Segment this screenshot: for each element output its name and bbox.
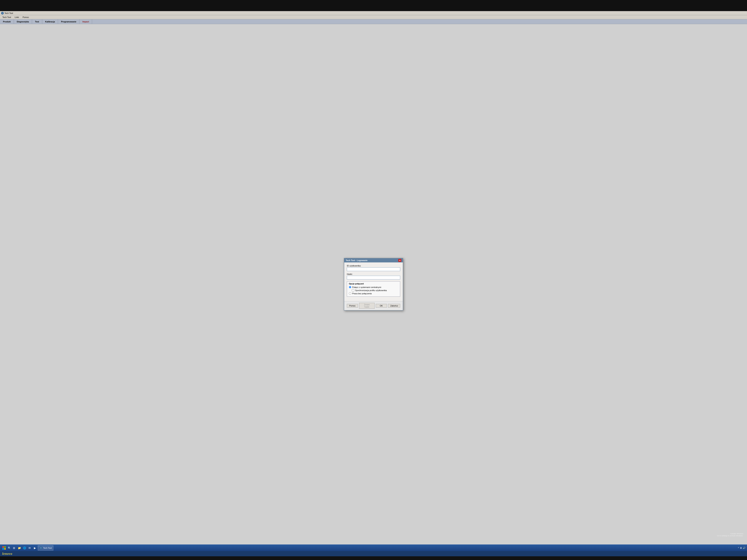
search-button[interactable]: 🔍 (7, 546, 11, 550)
login-dialog: Tech Tool - Logowanie ✕ ID użytkownika: … (344, 258, 403, 311)
taskbar-tray: ^ 🖥 🔊 (738, 547, 746, 549)
dialog-title-bar: Tech Tool - Logowanie ✕ (344, 258, 403, 262)
radio-connect-central: Połącz z systemami centralnymi (349, 286, 398, 288)
tab-produkt[interactable]: Produkt (0, 19, 14, 24)
radio-offline-label: Praca bez połączenia (352, 292, 372, 295)
top-bezel (0, 0, 747, 11)
dialog-close-button[interactable]: ✕ (398, 259, 401, 262)
tab-test[interactable]: Test (32, 19, 42, 24)
lenovo-logo: lenovo (2, 552, 12, 556)
radio-connect-central-label: Połącz z systemami centralnymi (352, 286, 381, 288)
bottom-bezel (0, 556, 747, 560)
nav-bar: Produkt Diagnostyka Test Kalibracja Prog… (0, 19, 747, 24)
windows-icon (2, 546, 6, 550)
radio-connect-central-input[interactable] (349, 286, 351, 288)
connection-options-group: Opcje połączeń Połącz z systemami centra… (347, 281, 400, 297)
windows-icon-pane-red (2, 546, 4, 548)
ok-button[interactable]: OK (376, 304, 387, 308)
activate-windows-notice: Activate Windows Go to Settings to activ… (717, 533, 743, 537)
tray-icons: ^ 🖥 🔊 (738, 547, 746, 549)
tab-kalibracja[interactable]: Kalibracja (42, 19, 58, 24)
windows-icon-pane-blue (2, 548, 4, 550)
menu-bar: Tech Tool Linki Pomoc (0, 15, 747, 19)
taskbar-app-label: Tech Tool (43, 547, 52, 549)
radio-offline-input[interactable] (349, 292, 351, 295)
dialog-buttons: Pomoc Zmień hasło OK Zakończ (344, 301, 403, 310)
title-bar: ● Tech Tool (0, 11, 747, 15)
task-view-icon: ⊞ (13, 546, 15, 550)
menu-tech-tool[interactable]: Tech Tool (1, 16, 12, 19)
taskbar: 🔍 ⊞ 📁 🌐 ✉ ▶ ● Tech Tool ^ 🖥 🔊 (0, 544, 747, 551)
user-id-input[interactable] (347, 267, 400, 271)
main-content: Tech Tool - Logowanie ✕ ID użytkownika: … (0, 24, 747, 544)
browser-button[interactable]: 🌐 (22, 546, 27, 550)
start-button[interactable] (1, 545, 7, 551)
file-explorer-button[interactable]: 📁 (17, 546, 22, 550)
extra-app-icon: ▶ (34, 546, 36, 550)
dialog-body: ID użytkownika: Hasło: Opcje połączeń P (344, 262, 403, 301)
user-id-group: ID użytkownika: (347, 265, 400, 271)
app-icon: ● (1, 12, 4, 15)
tray-volume-icon[interactable]: 🔊 (743, 547, 746, 549)
dialog-overlay: Tech Tool - Logowanie ✕ ID użytkownika: … (0, 24, 747, 544)
lenovo-bar: lenovo (0, 551, 747, 556)
change-password-button[interactable]: Zmień hasło (359, 303, 375, 309)
app-title: Tech Tool (4, 12, 13, 14)
connection-options-label: Opcje połączeń (349, 283, 398, 285)
taskbar-app-tech-tool[interactable]: ● Tech Tool (38, 545, 53, 551)
checkbox-sync-profile-label: Synchronizacja profilu użytkownika (355, 289, 387, 292)
mail-button[interactable]: ✉ (27, 546, 32, 550)
checkbox-sync-profile-input[interactable] (352, 289, 354, 292)
tab-programowanie[interactable]: Programowanie (58, 19, 79, 24)
tab-impact[interactable]: Impact (79, 19, 92, 24)
mail-icon: ✉ (28, 546, 31, 550)
file-explorer-icon: 📁 (18, 546, 21, 550)
search-icon: 🔍 (8, 546, 11, 550)
extra-app-button[interactable]: ▶ (33, 546, 37, 550)
password-input[interactable] (347, 276, 400, 279)
screen-area: ● Tech Tool Tech Tool Linki Pomoc Produk… (0, 11, 747, 556)
tray-chevron-icon[interactable]: ^ (738, 547, 739, 549)
password-label: Hasło: (347, 273, 400, 275)
menu-pomoc[interactable]: Pomoc (21, 16, 31, 19)
windows-icon-pane-yellow (4, 548, 6, 550)
exit-button[interactable]: Zakończ (388, 304, 400, 308)
checkbox-sync-profile: Synchronizacja profilu użytkownika (352, 289, 398, 292)
taskbar-app-icon: ● (40, 546, 43, 550)
tab-diagnostyka[interactable]: Diagnostyka (14, 19, 32, 24)
browser-icon: 🌐 (23, 546, 26, 550)
help-button[interactable]: Pomoc (347, 304, 358, 308)
password-group: Hasło: (347, 273, 400, 279)
menu-linki[interactable]: Linki (13, 16, 21, 19)
task-view-button[interactable]: ⊞ (12, 546, 16, 550)
tray-network-icon[interactable]: 🖥 (740, 547, 742, 549)
user-id-label: ID użytkownika: (347, 265, 400, 267)
windows-icon-pane-green (4, 546, 6, 548)
radio-offline: Praca bez połączenia (349, 292, 398, 295)
dialog-title: Tech Tool - Logowanie (346, 259, 367, 262)
